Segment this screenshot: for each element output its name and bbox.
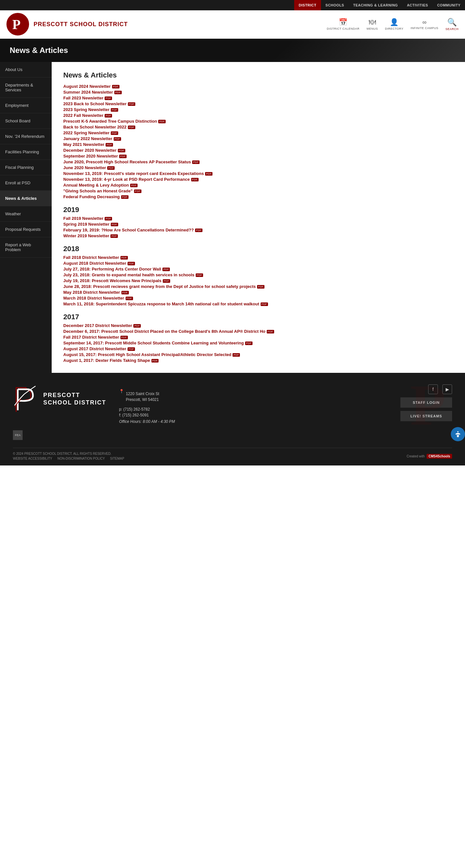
facebook-icon[interactable]: f <box>428 384 438 394</box>
year-heading-2019: 2019 <box>63 206 454 214</box>
list-item[interactable]: November 13, 2019: Prescott's state repo… <box>63 171 454 176</box>
recent-articles: August 2024 NewsletterPDF Summer 2024 Ne… <box>63 84 454 199</box>
directory-icon-item[interactable]: 👤 DIRECTORY <box>385 18 403 30</box>
list-item[interactable]: July 27, 2018: Performing Arts Center Do… <box>63 267 454 272</box>
footer-phone: p: (715) 262-5782 <box>119 407 175 411</box>
list-item[interactable]: March 2018 District NewsletterPDF <box>63 296 454 301</box>
top-nav-activities[interactable]: ACTIVITIES <box>402 0 433 10</box>
cms-created-label: Created with <box>407 455 425 458</box>
directory-icon: 👤 <box>390 18 399 27</box>
search-icon-item[interactable]: 🔍 SEARCH <box>445 18 459 31</box>
list-item[interactable]: May 2021 NewsletterPDF <box>63 142 454 147</box>
list-item[interactable]: December 6, 2017: Prescott School Distri… <box>63 329 454 334</box>
list-item[interactable]: February 19, 2019: ?How Are School Cance… <box>63 227 454 232</box>
sidebar-item-proposals[interactable]: Proposal Requests <box>0 222 52 237</box>
calendar-icon-item[interactable]: 📅 DISTRICT CALENDAR <box>327 18 359 30</box>
top-nav-community[interactable]: COMMUNITY <box>433 0 465 10</box>
page-title: News & Articles <box>10 46 68 55</box>
staff-login-button[interactable]: STAFF LOGIN <box>400 397 452 408</box>
list-item[interactable]: 2022 Spring NewsletterPDF <box>63 130 454 135</box>
accessibility-button[interactable] <box>451 427 465 441</box>
list-item[interactable]: Fall 2019 NewsletterPDF <box>63 216 454 221</box>
menus-icon-item[interactable]: 🍽 MENUS <box>367 18 378 30</box>
list-item[interactable]: August 15, 2017: Prescott High School As… <box>63 352 454 357</box>
top-nav-schools[interactable]: SCHOOLS <box>321 0 349 10</box>
list-item[interactable]: 2023 Back to School NewsletterPDF <box>63 101 454 106</box>
footer-logo-icon <box>13 384 39 413</box>
list-item[interactable]: Fall 2017 District NewsletterPDF <box>63 335 454 340</box>
footer-logo: PRESCOTT SCHOOL DISTRICT <box>13 384 106 413</box>
sidebar-item-referendum[interactable]: Nov. '24 Referendum <box>0 129 52 144</box>
footer-contact: 📍 1220 Saint Croix St Prescott, WI 54021… <box>119 388 175 425</box>
top-nav-district[interactable]: DISTRICT <box>294 0 321 10</box>
svg-point-1 <box>457 431 459 432</box>
top-navigation: DISTRICT SCHOOLS TEACHING & LEARNING ACT… <box>0 0 465 10</box>
list-item[interactable]: August 2018 District NewsletterPDF <box>63 261 454 266</box>
list-item[interactable]: Back to School Newsletter 2022PDF <box>63 125 454 129</box>
top-nav-teaching[interactable]: TEACHING & LEARNING <box>349 0 402 10</box>
list-item[interactable]: June 2020, Prescott High School Receives… <box>63 159 454 164</box>
sidebar-item-weather[interactable]: Weather <box>0 206 52 222</box>
footer-links: WEBSITE ACCESSIBILITY NON-DISCRIMINATION… <box>13 457 124 460</box>
list-item[interactable]: March 11, 2018: Superintendent Spicuzza … <box>63 302 454 306</box>
list-item[interactable]: Summer 2024 NewsletterPDF <box>63 90 454 95</box>
list-item[interactable]: Fall 2023 NewsletterPDF <box>63 96 454 100</box>
sidebar-item-about-us[interactable]: About Us <box>0 62 52 78</box>
search-icon: 🔍 <box>447 18 457 27</box>
list-item[interactable]: November 13, 2019: 4-yr Look at PSD Repo… <box>63 177 454 182</box>
main-content: News & Articles August 2024 NewsletterPD… <box>52 62 465 373</box>
sidebar-item-web-problem[interactable]: Report a Web Problem <box>0 237 52 257</box>
sidebar-item-news[interactable]: News & Articles <box>0 191 52 206</box>
list-item[interactable]: 2022 Fall NewsletterPDF <box>63 113 454 118</box>
list-item[interactable]: June 2020 NewsletterPDF <box>63 165 454 170</box>
sitemap-link[interactable]: SITEMAP <box>110 457 124 460</box>
svg-text:P: P <box>12 17 21 32</box>
list-item[interactable]: August 2024 NewsletterPDF <box>63 84 454 89</box>
infinite-campus-icon-item[interactable]: ∞ INFINITE CAMPUS <box>410 19 438 30</box>
address-line1: 1220 Saint Croix St <box>126 392 159 396</box>
footer-hours: Office Hours: 8:00 AM - 4:30 PM <box>119 419 175 424</box>
copyright-text: © 2024 PRESCOTT SCHOOL DISTRICT. ALL RIG… <box>13 452 124 456</box>
list-item[interactable]: 2023 Spring NewsletterPDF <box>63 107 454 112</box>
list-item[interactable]: December 2017 District NewsletterPDF <box>63 323 454 328</box>
youtube-icon[interactable]: ▶ <box>442 384 452 394</box>
list-item[interactable]: September 14, 2017: Prescott Middle Scho… <box>63 341 454 345</box>
list-item[interactable]: Winter 2019 NewsletterPDF <box>63 234 454 238</box>
school-logo[interactable]: P <box>6 13 29 35</box>
list-item[interactable]: August 1, 2017: Dexter Fields Taking Sha… <box>63 358 454 363</box>
address-line2: Prescott, WI 54021 <box>126 397 159 402</box>
live-streams-button[interactable]: LIVE! STREAMS <box>400 411 452 421</box>
sidebar-item-facilities[interactable]: Facilities Planning <box>0 144 52 160</box>
main-layout: About Us Departments & Services Employme… <box>0 62 465 373</box>
site-header: P PRESCOTT SCHOOL DISTRICT 📅 DISTRICT CA… <box>0 10 465 39</box>
list-item[interactable]: "Giving Schools an Honest Grade"PDF <box>63 188 454 193</box>
sidebar-item-enroll[interactable]: Enroll at PSD <box>0 175 52 191</box>
list-item[interactable]: June 28, 2018: Prescott recieves grant m… <box>63 284 454 289</box>
list-item[interactable]: January 2022 NewsletterPDF <box>63 136 454 141</box>
content-heading: News & Articles <box>63 71 454 80</box>
list-item[interactable]: August 2017 District NewsletterPDF <box>63 346 454 351</box>
list-item[interactable]: September 2020 NewsletterPDF <box>63 154 454 158</box>
nondiscrimination-link[interactable]: NON-DISCRIMINATION POLICY <box>57 457 105 460</box>
list-item[interactable]: Spring 2019 NewsletterPDF <box>63 222 454 226</box>
list-item[interactable]: Federal Funding DecreasingPDF <box>63 194 454 199</box>
search-label: SEARCH <box>445 27 459 31</box>
accessibility-link[interactable]: WEBSITE ACCESSIBILITY <box>13 457 52 460</box>
list-item[interactable]: July 23, 2018: Grants to expand mental h… <box>63 273 454 277</box>
list-item[interactable]: December 2020 NewsletterPDF <box>63 148 454 153</box>
page-title-bar: News & Articles <box>0 39 465 62</box>
year-heading-2017: 2017 <box>63 313 454 321</box>
footer-bottom: © 2024 PRESCOTT SCHOOL DISTRICT. ALL RIG… <box>13 448 452 460</box>
fea-badge: FEA <box>13 430 23 440</box>
list-item[interactable]: May 2018 District NewsletterPDF <box>63 290 454 295</box>
list-item[interactable]: July 19, 2018: Prescott Welcomes New Pri… <box>63 278 454 283</box>
sidebar-item-departments[interactable]: Departments & Services <box>0 78 52 98</box>
sidebar-item-employment[interactable]: Employment <box>0 98 52 113</box>
sidebar-item-school-board[interactable]: School Board <box>0 113 52 129</box>
list-item[interactable]: Prescott K-5 Awarded Tree Campus Distinc… <box>63 119 454 124</box>
sidebar-item-fiscal[interactable]: Fiscal Planning <box>0 160 52 175</box>
infinite-campus-icon: ∞ <box>423 19 427 26</box>
list-item[interactable]: Fall 2018 District NewsletterPDF <box>63 255 454 260</box>
site-footer: P PRESCOTT SCHOOL DISTRICT � <box>0 373 465 465</box>
list-item[interactable]: Annual Meeting & Levy AdoptionPDF <box>63 183 454 188</box>
